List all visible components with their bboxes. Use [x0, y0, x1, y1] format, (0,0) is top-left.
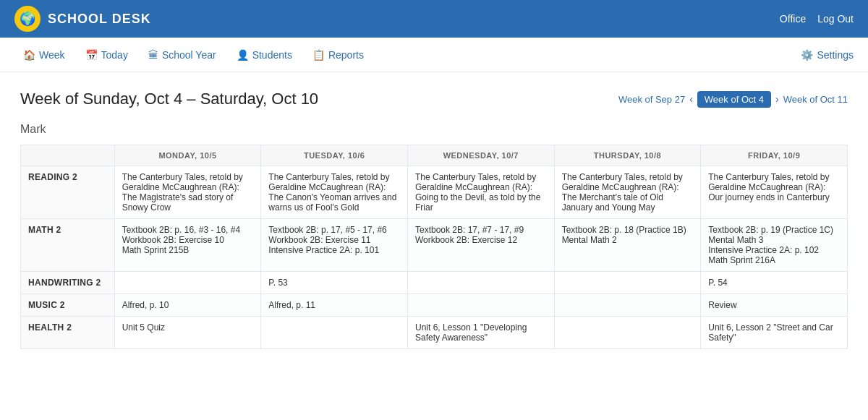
table-row: MUSIC 2Alfred, p. 10Alfred, p. 11Review	[21, 294, 848, 317]
col-header-tue: TUESDAY, 10/6	[261, 145, 408, 166]
cell-tue: P. 53	[261, 272, 408, 294]
nav-school-year[interactable]: 🏛 School Year	[140, 45, 225, 65]
col-header-thu: THURSDAY, 10/8	[554, 145, 701, 166]
student-name: Mark	[20, 123, 848, 136]
cell-thu	[554, 272, 701, 294]
header-actions: Office Log Out	[780, 13, 854, 25]
col-header-mon: MONDAY, 10/5	[114, 145, 261, 166]
table-row: HEALTH 2Unit 5 QuizUnit 6, Lesson 1 "Dev…	[21, 317, 848, 349]
cell-mon	[114, 272, 261, 294]
nav-settings-area: ⚙️ Settings	[801, 49, 854, 61]
settings-label: Settings	[817, 49, 854, 61]
building-icon: 🏛	[148, 49, 158, 61]
students-icon: 👤	[237, 49, 249, 61]
cell-tue: Textbook 2B: p. 17, #5 - 17, #6Workbook …	[261, 219, 408, 272]
cell-thu: Textbook 2B: p. 18 (Practice 1B)Mental M…	[554, 219, 701, 272]
cell-thu	[554, 317, 701, 349]
table-row: READING 2The Canterbury Tales, retold by…	[21, 166, 848, 219]
nav-students-label: Students	[252, 49, 292, 61]
nav-reports-label: Reports	[328, 49, 364, 61]
top-header: 🌍 SCHOOL DESK Office Log Out	[0, 0, 868, 38]
logo-area: 🌍 SCHOOL DESK	[14, 6, 151, 32]
nav-week-label: Week	[39, 49, 65, 61]
logo-icon: 🌍	[20, 11, 35, 27]
nav-today-label: Today	[101, 49, 128, 61]
cell-thu: The Canterbury Tales, retold by Geraldin…	[554, 166, 701, 219]
cell-thu	[554, 294, 701, 317]
schedule-table: MONDAY, 10/5 TUESDAY, 10/6 WEDNESDAY, 10…	[20, 145, 848, 349]
subject-cell: MATH 2	[21, 219, 115, 272]
subject-cell: HANDWRITING 2	[21, 272, 115, 294]
week-nav: Week of Sep 27 ‹ Week of Oct 4 › Week of…	[618, 91, 848, 108]
nav-reports[interactable]: 📋 Reports	[304, 45, 373, 65]
subject-cell: READING 2	[21, 166, 115, 219]
table-row: HANDWRITING 2P. 53P. 54	[21, 272, 848, 294]
office-link[interactable]: Office	[780, 13, 806, 25]
col-header-subject	[21, 145, 115, 166]
app-title: SCHOOL DESK	[48, 12, 151, 27]
week-nav-next[interactable]: Week of Oct 11	[783, 94, 848, 105]
cell-fri: The Canterbury Tales, retold by Geraldin…	[701, 166, 848, 219]
cell-wed: Textbook 2B: 17, #7 - 17, #9Workbook 2B:…	[407, 219, 554, 272]
cell-tue	[261, 317, 408, 349]
nav-items: 🏠 Week 📅 Today 🏛 School Year 👤 Students …	[14, 45, 373, 65]
home-icon: 🏠	[23, 49, 35, 61]
cell-tue: Alfred, p. 11	[261, 294, 408, 317]
cell-mon: Unit 5 Quiz	[114, 317, 261, 349]
logout-link[interactable]: Log Out	[817, 13, 854, 25]
cell-fri: Textbook 2B: p. 19 (Practice 1C)Mental M…	[701, 219, 848, 272]
reports-icon: 📋	[312, 49, 325, 61]
table-header-row: MONDAY, 10/5 TUESDAY, 10/6 WEDNESDAY, 10…	[21, 145, 848, 166]
cell-wed: Unit 6, Lesson 1 "Developing Safety Awar…	[407, 317, 554, 349]
prev-arrow-icon[interactable]: ‹	[689, 93, 693, 105]
cell-wed: The Canterbury Tales, retold by Geraldin…	[407, 166, 554, 219]
nav-today[interactable]: 📅 Today	[77, 45, 137, 65]
subject-cell: MUSIC 2	[21, 294, 115, 317]
settings-link[interactable]: ⚙️ Settings	[801, 49, 854, 61]
calendar-icon: 📅	[85, 49, 98, 61]
col-header-fri: FRIDAY, 10/9	[701, 145, 848, 166]
subject-cell: HEALTH 2	[21, 317, 115, 349]
cell-fri: Review	[701, 294, 848, 317]
app-logo: 🌍	[14, 6, 41, 32]
main-content: Week of Sunday, Oct 4 – Saturday, Oct 10…	[0, 72, 868, 367]
cell-wed	[407, 294, 554, 317]
next-arrow-icon[interactable]: ›	[775, 93, 779, 105]
col-header-wed: WEDNESDAY, 10/7	[407, 145, 554, 166]
cell-tue: The Canterbury Tales, retold by Geraldin…	[261, 166, 408, 219]
nav-school-year-label: School Year	[162, 49, 216, 61]
settings-icon: ⚙️	[801, 49, 813, 61]
week-title: Week of Sunday, Oct 4 – Saturday, Oct 10	[20, 90, 318, 108]
cell-mon: Alfred, p. 10	[114, 294, 261, 317]
nav-week[interactable]: 🏠 Week	[14, 45, 74, 65]
cell-mon: The Canterbury Tales, retold by Geraldin…	[114, 166, 261, 219]
week-nav-prev[interactable]: Week of Sep 27	[618, 94, 685, 105]
cell-wed	[407, 272, 554, 294]
nav-students[interactable]: 👤 Students	[228, 45, 301, 65]
table-row: MATH 2Textbook 2B: p. 16, #3 - 16, #4Wor…	[21, 219, 848, 272]
cell-mon: Textbook 2B: p. 16, #3 - 16, #4Workbook …	[114, 219, 261, 272]
cell-fri: Unit 6, Lesson 2 "Street and Car Safety"	[701, 317, 848, 349]
week-heading-row: Week of Sunday, Oct 4 – Saturday, Oct 10…	[20, 90, 848, 108]
cell-fri: P. 54	[701, 272, 848, 294]
nav-bar: 🏠 Week 📅 Today 🏛 School Year 👤 Students …	[0, 38, 868, 72]
week-nav-current: Week of Oct 4	[697, 91, 771, 108]
